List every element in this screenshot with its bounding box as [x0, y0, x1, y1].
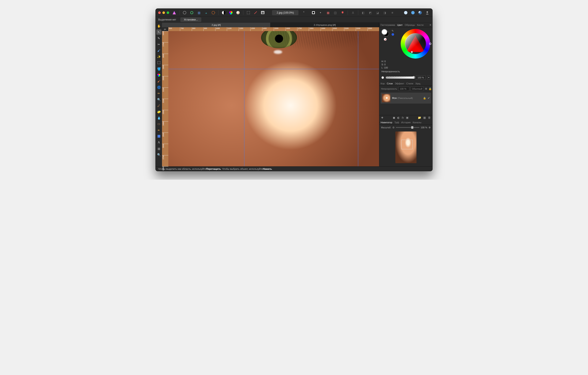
- bw-adjust-icon[interactable]: [221, 10, 226, 15]
- guides-icon[interactable]: ◫: [333, 10, 338, 15]
- patch-tool[interactable]: ⬭: [156, 121, 161, 127]
- delete-layer-icon[interactable]: 🗑: [428, 116, 431, 119]
- mask-mode-icon[interactable]: [311, 10, 316, 15]
- zoom-tool[interactable]: 🔍: [156, 152, 161, 157]
- eyedropper-icon[interactable]: ✎: [392, 29, 394, 32]
- navigator-preview[interactable]: [395, 132, 417, 163]
- blend-mode-select[interactable]: Обычный: [410, 87, 424, 91]
- brush-tool[interactable]: 🖌: [156, 48, 161, 53]
- folder-icon[interactable]: 📁: [418, 116, 421, 119]
- paint-brush-tool[interactable]: 🖌: [156, 78, 161, 84]
- quick-mask-icon[interactable]: [253, 10, 258, 15]
- zoom-window[interactable]: [167, 11, 169, 14]
- assistant-icon[interactable]: ⎍: [350, 10, 356, 15]
- tab-stock[interactable]: Хрщ: [415, 82, 420, 85]
- grid-icon[interactable]: ▦: [326, 10, 331, 15]
- layer-locked-icon[interactable]: 🔒: [423, 97, 426, 99]
- ruler-horizontal[interactable]: 6007008009001000110012001300140015001600…: [168, 27, 379, 31]
- tab-histogram[interactable]: Гистограмма: [381, 24, 395, 26]
- color-swatch-pair[interactable]: [381, 29, 389, 37]
- tab-effects[interactable]: Эффект: [395, 82, 404, 85]
- arrange-front-icon[interactable]: ◨: [382, 10, 387, 15]
- tab-swatches[interactable]: Образцы: [405, 24, 415, 26]
- recent-color-swatch[interactable]: [392, 33, 394, 36]
- export-persona-icon[interactable]: [211, 10, 216, 15]
- soft-proof-icon[interactable]: [235, 10, 241, 15]
- sponge-tool[interactable]: 🧽: [156, 109, 161, 114]
- document-tab-1[interactable]: 2.jpg [И]: [162, 23, 271, 27]
- canvas[interactable]: [168, 31, 379, 166]
- triangle-handle[interactable]: [411, 51, 413, 53]
- marquee-tool[interactable]: [156, 60, 161, 65]
- tone-map-persona-icon[interactable]: ⟁: [204, 10, 209, 15]
- mesh-tool[interactable]: ▦: [156, 146, 161, 151]
- ruler-unit[interactable]: px: [162, 27, 168, 31]
- layer-settings-icon[interactable]: ⚙: [425, 87, 427, 90]
- guide-horizontal-1[interactable]: [168, 69, 379, 69]
- opacity-slider[interactable]: [386, 77, 414, 79]
- pen-tool[interactable]: ✒: [156, 127, 161, 133]
- account-icon[interactable]: [425, 10, 430, 15]
- tab-layers[interactable]: Слои: [387, 82, 393, 85]
- develop-persona-icon[interactable]: ▥: [196, 10, 201, 15]
- navigator-viewport[interactable]: [401, 140, 413, 149]
- arrange-forward-icon[interactable]: ◪: [375, 10, 380, 15]
- refine-icon[interactable]: ▦: [260, 10, 265, 15]
- zoom-out-icon[interactable]: ⊖: [392, 126, 395, 129]
- crop-tool[interactable]: ✂: [156, 42, 161, 47]
- layers-stack-icon[interactable]: ❖: [381, 116, 384, 119]
- color-adjust-icon[interactable]: [228, 10, 233, 15]
- arrange-backward-icon[interactable]: ◩: [368, 10, 373, 15]
- tab-history[interactable]: История: [401, 121, 411, 124]
- fx-icon[interactable]: fx: [402, 116, 404, 119]
- presets-button[interactable]: Установки...: [180, 17, 201, 22]
- zoom-in-icon[interactable]: ⊕: [429, 126, 431, 129]
- move-tool[interactable]: ↖: [156, 29, 161, 35]
- opacity-dropdown[interactable]: ▼: [427, 76, 430, 79]
- liquify-persona-icon[interactable]: [189, 10, 194, 15]
- pie-icon[interactable]: [418, 10, 423, 15]
- pencil-tool[interactable]: ✏: [156, 91, 161, 96]
- dropdown-icon[interactable]: ▼: [318, 10, 323, 15]
- guide-vertical-1[interactable]: [244, 31, 244, 166]
- layer-opacity-value[interactable]: 100 %: [398, 87, 409, 91]
- adjustment-icon[interactable]: ◐: [397, 116, 399, 119]
- mask-icon[interactable]: ◼: [393, 116, 395, 119]
- tab-transform[interactable]: Трф: [394, 121, 399, 124]
- color-wheel[interactable]: [401, 29, 430, 59]
- opacity-value[interactable]: 100 %: [416, 76, 426, 79]
- blur-tool[interactable]: 💧: [156, 115, 161, 121]
- panel-menu-icon[interactable]: ≡: [430, 23, 431, 26]
- ruler-vertical[interactable]: 1600170018001900200021002200230024002500…: [162, 31, 168, 166]
- layer-lock-icon[interactable]: 🔒: [429, 87, 432, 90]
- tab-navigator[interactable]: Навигатор: [381, 121, 392, 124]
- tab-channels[interactable]: Каналы: [413, 121, 421, 124]
- layer-visible-icon[interactable]: ✔: [428, 97, 430, 99]
- tab-styles[interactable]: Стили: [406, 82, 413, 85]
- align-icon[interactable]: ≡: [390, 10, 395, 15]
- crop-layer-icon[interactable]: ▣: [406, 116, 409, 119]
- smudge-tool[interactable]: 🌀: [156, 85, 161, 90]
- clone-tool[interactable]: 🖊: [156, 103, 161, 108]
- photo-persona-icon[interactable]: [182, 10, 187, 15]
- close-window[interactable]: [158, 11, 161, 14]
- zoom-slider[interactable]: [396, 127, 420, 128]
- selection-marquee-icon[interactable]: [246, 10, 251, 15]
- tab-adjust[interactable]: Кор: [381, 82, 385, 85]
- minimize-window[interactable]: [162, 11, 165, 14]
- hand-tool[interactable]: ✋: [156, 23, 161, 29]
- grid-view-icon[interactable]: ▦: [423, 116, 426, 119]
- layers-studio-icon[interactable]: [410, 10, 415, 15]
- tab-brushes[interactable]: Кисти: [417, 24, 424, 26]
- arrange-back-icon[interactable]: ◧: [361, 10, 366, 15]
- color-picker-tool[interactable]: ✎: [156, 35, 161, 41]
- heal-tool[interactable]: ✨: [156, 54, 161, 59]
- snapping-icon[interactable]: [340, 10, 345, 15]
- guide-vertical-2[interactable]: [358, 31, 358, 166]
- dodge-tool[interactable]: 🔍: [156, 97, 161, 102]
- no-color-swatch[interactable]: [384, 38, 387, 41]
- text-tool[interactable]: A: [156, 140, 161, 145]
- shape-tool[interactable]: [156, 133, 161, 139]
- wheel-handle[interactable]: [429, 43, 431, 45]
- layer-item[interactable]: Фон (Пиксельный) 🔒 ✔: [381, 93, 431, 104]
